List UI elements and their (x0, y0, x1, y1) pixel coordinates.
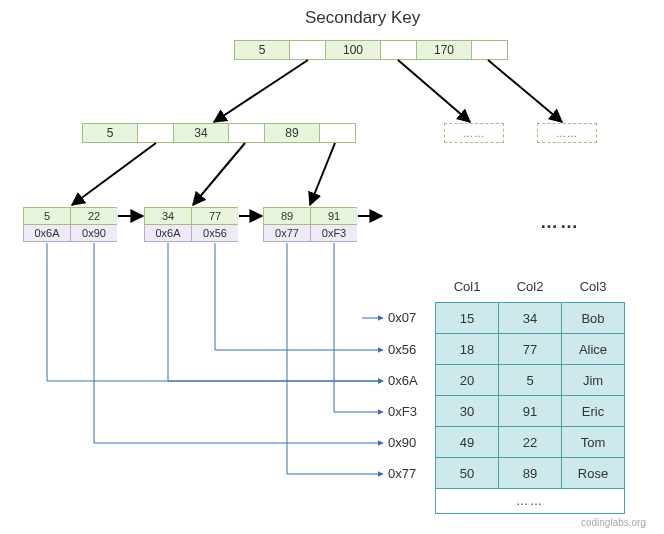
pointer-line (287, 243, 383, 474)
table-header: Col1 (436, 275, 499, 303)
arrow-internal-to-leaf (72, 143, 156, 205)
root-ptr (290, 41, 326, 59)
internal-ptr (138, 124, 174, 142)
table-cell: 50 (436, 458, 499, 489)
leaf-pointer: 0x6A (144, 225, 192, 242)
table-header: Col3 (562, 275, 625, 303)
pointer-line (94, 243, 383, 443)
arrow-root-to-internal (214, 60, 308, 122)
attribution: codinglabs.org (581, 517, 646, 528)
table-cell: 77 (499, 334, 562, 365)
table-header: Col2 (499, 275, 562, 303)
row-address: 0x07 (388, 310, 416, 325)
internal-ptr (229, 124, 265, 142)
arrow-root-to-placeholder (488, 60, 562, 122)
btree-root-node: 5 100 170 (234, 40, 508, 60)
leaf-key: 22 (71, 207, 117, 225)
row-address: 0x77 (388, 466, 416, 481)
table-cell: Alice (562, 334, 625, 365)
internal-ptr (320, 124, 355, 142)
leaf-pointer: 0xF3 (311, 225, 357, 242)
table-row: 18 77 Alice (436, 334, 625, 365)
leaf-key: 89 (263, 207, 311, 225)
arrow-internal-to-leaf (310, 143, 335, 205)
leaf-key: 77 (192, 207, 238, 225)
arrow-internal-to-leaf (193, 143, 245, 205)
table-cell: Tom (562, 427, 625, 458)
diagram-title: Secondary Key (305, 8, 420, 28)
table-row: 20 5 Jim (436, 365, 625, 396)
arrow-root-to-placeholder (398, 60, 470, 122)
leaf-pointer: 0x6A (23, 225, 71, 242)
table-header-row: Col1 Col2 Col3 (436, 275, 625, 303)
internal-key: 89 (265, 124, 320, 142)
table-cell: Jim (562, 365, 625, 396)
leaf-key: 34 (144, 207, 192, 225)
leaf-key: 5 (23, 207, 71, 225)
table-row: 15 34 Bob (436, 303, 625, 334)
pointer-line (334, 243, 383, 412)
row-address: 0x90 (388, 435, 416, 450)
root-key: 100 (326, 41, 381, 59)
pointer-line (215, 243, 383, 350)
leaf-pointer: 0x56 (192, 225, 238, 242)
table-cell: 30 (436, 396, 499, 427)
row-address: 0x6A (388, 373, 418, 388)
table-cell: Bob (562, 303, 625, 334)
pointer-line (168, 243, 383, 381)
table-cell: 20 (436, 365, 499, 396)
btree-node-placeholder: …… (537, 123, 597, 143)
table-ellipsis-row: …… (436, 489, 625, 514)
table-cell: 5 (499, 365, 562, 396)
table-cell: 15 (436, 303, 499, 334)
leaf-pointer: 0x90 (71, 225, 117, 242)
btree-node-placeholder: …… (444, 123, 504, 143)
root-ptr (472, 41, 507, 59)
row-address: 0xF3 (388, 404, 417, 419)
table-cell: 89 (499, 458, 562, 489)
leaf-pointer: 0x77 (263, 225, 311, 242)
btree-leaf-node: 34 77 0x6A 0x56 (144, 207, 238, 242)
leaf-continuation-dots: …… (540, 212, 580, 233)
table-cell: 18 (436, 334, 499, 365)
table-row: 49 22 Tom (436, 427, 625, 458)
leaf-key: 91 (311, 207, 357, 225)
internal-key: 34 (174, 124, 229, 142)
btree-internal-node: 5 34 89 (82, 123, 356, 143)
internal-key: 5 (83, 124, 138, 142)
table-cell: 49 (436, 427, 499, 458)
btree-leaf-node: 5 22 0x6A 0x90 (23, 207, 117, 242)
table-cell: 22 (499, 427, 562, 458)
table-ellipsis: …… (436, 489, 625, 514)
table-cell: Rose (562, 458, 625, 489)
row-address: 0x56 (388, 342, 416, 357)
root-key: 5 (235, 41, 290, 59)
table-row: 30 91 Eric (436, 396, 625, 427)
table-row: 50 89 Rose (436, 458, 625, 489)
table-cell: 34 (499, 303, 562, 334)
root-ptr (381, 41, 417, 59)
data-table: Col1 Col2 Col3 15 34 Bob 18 77 Alice 20 … (435, 275, 625, 514)
table-cell: 91 (499, 396, 562, 427)
btree-leaf-node: 89 91 0x77 0xF3 (263, 207, 357, 242)
root-key: 170 (417, 41, 472, 59)
pointer-line (47, 243, 383, 381)
table-cell: Eric (562, 396, 625, 427)
